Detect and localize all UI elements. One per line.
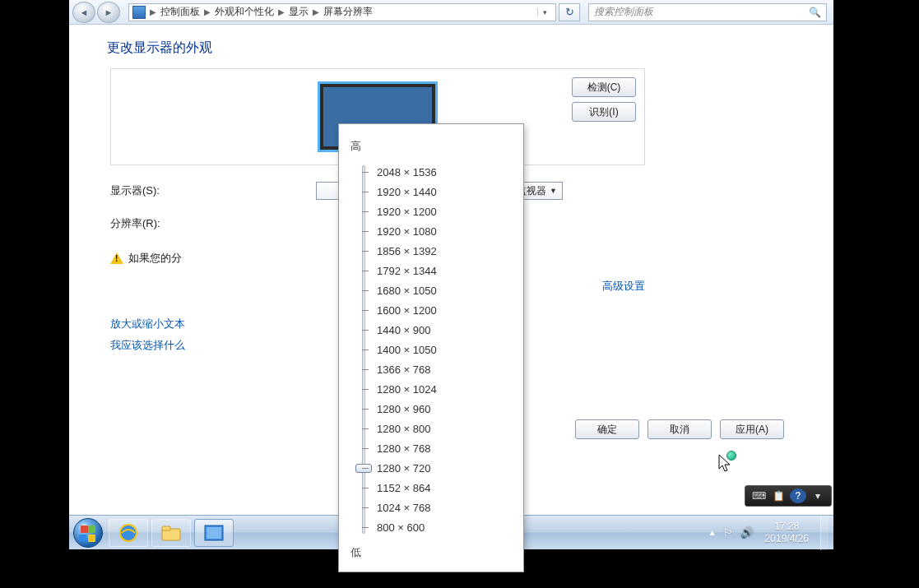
dialog-buttons: 确定 取消 应用(A) (575, 419, 784, 439)
apply-button[interactable]: 应用(A) (720, 419, 784, 439)
resolution-option[interactable]: 1152 × 864 (377, 478, 512, 498)
warning-icon (110, 252, 123, 264)
search-placeholder: 搜索控制面板 (594, 5, 653, 19)
chevron-down-icon: ▼ (550, 187, 557, 195)
ok-button[interactable]: 确定 (575, 419, 639, 439)
slider-label-high: 高 (350, 139, 512, 154)
clock-date: 2019/4/26 (765, 533, 809, 544)
taskbar-clock[interactable]: 17:28 2019/4/26 (760, 521, 814, 544)
resolution-slider-popup[interactable]: 高 2048 × 15361920 × 14401920 × 12001920 … (338, 123, 524, 572)
resolution-option[interactable]: 1280 × 1024 (377, 379, 512, 399)
resolution-option[interactable]: 1280 × 768 (377, 438, 512, 458)
windows-logo-icon (73, 518, 103, 548)
start-button[interactable] (69, 516, 107, 550)
show-desktop-button[interactable] (820, 516, 828, 550)
breadcrumb-item[interactable]: 显示 (289, 5, 309, 19)
breadcrumb-item[interactable]: 屏幕分辨率 (323, 5, 373, 19)
titlebar: ◄ ► ▶ 控制面板 ▶ 外观和个性化 ▶ 显示 ▶ 屏幕分辨率 ▾ ↻ 搜索控… (69, 0, 833, 25)
langbar-options-icon[interactable]: ▾ (810, 488, 826, 503)
resolution-option[interactable]: 1280 × 800 (377, 419, 512, 438)
breadcrumb[interactable]: ▶ 控制面板 ▶ 外观和个性化 ▶ 显示 ▶ 屏幕分辨率 ▾ (128, 3, 556, 21)
resolution-option[interactable]: 1600 × 1200 (377, 300, 512, 320)
taskbar-explorer-icon[interactable] (151, 519, 191, 547)
slider-label-low: 低 (350, 545, 512, 560)
nav-buttons: ◄ ► (69, 2, 120, 23)
breadcrumb-item[interactable]: 控制面板 (160, 5, 200, 19)
resolution-option[interactable]: 1920 × 1080 (377, 221, 512, 241)
svg-rect-4 (207, 527, 221, 539)
resolution-option[interactable]: 1280 × 720 (377, 458, 512, 478)
control-panel-window: ◄ ► ▶ 控制面板 ▶ 外观和个性化 ▶ 显示 ▶ 屏幕分辨率 ▾ ↻ 搜索控… (69, 0, 833, 549)
chevron-right-icon: ▶ (276, 7, 287, 16)
refresh-button[interactable]: ↻ (559, 3, 580, 21)
display-label: 显示器(S): (110, 183, 184, 198)
back-button[interactable]: ◄ (72, 2, 95, 23)
taskbar-control-panel-icon[interactable] (194, 519, 234, 547)
cancel-button[interactable]: 取消 (647, 419, 712, 439)
resolution-option[interactable]: 1920 × 1200 (377, 201, 512, 221)
chevron-right-icon: ▶ (310, 7, 322, 16)
search-icon: 🔍 (809, 7, 821, 18)
resolution-option[interactable]: 1792 × 1344 (377, 261, 512, 280)
keyboard-icon[interactable]: 📋 (770, 488, 787, 503)
content-area: 更改显示器的外观 检测(C) 识别(I) 显示器(S): 即插即用监视器 ▼ 分… (69, 25, 833, 515)
resolution-option[interactable]: 1280 × 960 (377, 399, 512, 419)
warning-text-left: 如果您的分 (128, 251, 182, 266)
resolution-option[interactable]: 1400 × 1050 (377, 340, 512, 359)
resolution-option[interactable]: 1024 × 768 (377, 498, 512, 517)
resolution-option[interactable]: 1440 × 900 (377, 320, 512, 340)
help-icon[interactable]: ? (790, 488, 806, 503)
breadcrumb-dropdown[interactable]: ▾ (537, 8, 552, 16)
resolution-option[interactable]: 1856 × 1392 (377, 241, 512, 261)
action-center-icon[interactable]: 🏳 (723, 526, 734, 539)
chevron-right-icon: ▶ (202, 7, 213, 16)
forward-button[interactable]: ► (97, 2, 120, 23)
identify-button[interactable]: 识别(I) (572, 102, 636, 122)
resolution-option[interactable]: 1680 × 1050 (377, 280, 512, 300)
breadcrumb-item[interactable]: 外观和个性化 (215, 5, 274, 19)
resolution-list: 2048 × 15361920 × 14401920 × 12001920 × … (350, 162, 512, 537)
taskbar-ie-icon[interactable] (109, 519, 148, 547)
chevron-right-icon: ▶ (147, 7, 159, 16)
resolution-option[interactable]: 1920 × 1440 (377, 182, 512, 201)
search-input[interactable]: 搜索控制面板 🔍 (588, 3, 827, 21)
resolution-option[interactable]: 800 × 600 (377, 517, 512, 537)
system-tray: ▲ 🏳 🔊 17:28 2019/4/26 (708, 516, 833, 549)
page-title: 更改显示器的外观 (107, 39, 792, 57)
resolution-label: 分辨率(R): (110, 216, 184, 231)
svg-rect-2 (162, 526, 170, 530)
language-bar[interactable]: ⌨ 📋 ? ▾ (745, 485, 832, 507)
control-panel-icon (132, 6, 146, 19)
tray-overflow-icon[interactable]: ▲ (708, 528, 717, 537)
resolution-option[interactable]: 2048 × 1536 (377, 162, 512, 182)
detect-button[interactable]: 检测(C) (572, 77, 636, 97)
volume-icon[interactable]: 🔊 (740, 526, 754, 539)
clock-time: 17:28 (765, 521, 809, 532)
ime-icon[interactable]: ⌨ (750, 488, 767, 503)
resolution-option[interactable]: 1366 × 768 (377, 359, 512, 379)
